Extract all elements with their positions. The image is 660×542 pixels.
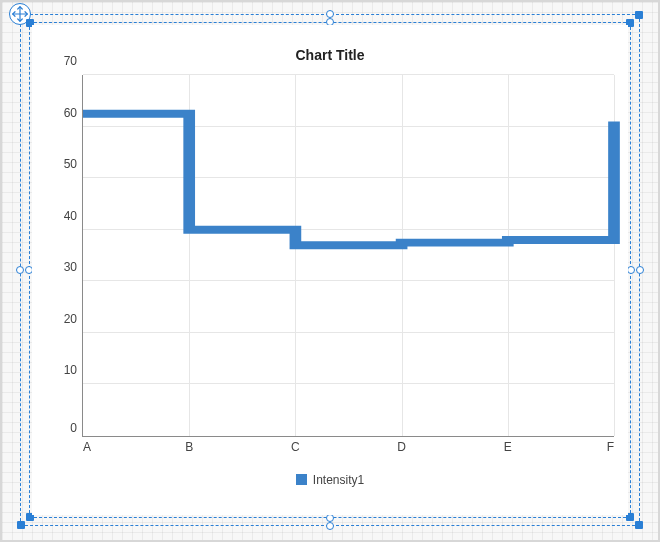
ytick-60: 60 bbox=[64, 106, 77, 120]
ytick-70: 70 bbox=[64, 54, 77, 68]
ytick-0: 0 bbox=[70, 421, 77, 435]
resize-handle-l[interactable] bbox=[16, 266, 24, 274]
plot-area[interactable]: 0 10 20 30 40 50 60 70 A B C D E F bbox=[82, 75, 614, 437]
ytick-50: 50 bbox=[64, 157, 77, 171]
designer-canvas: Chart Title 0 10 20 30 40 50 60 70 bbox=[0, 0, 660, 542]
xtick-D: D bbox=[397, 440, 406, 454]
legend-label: Intensity1 bbox=[313, 473, 364, 487]
xtick-E: E bbox=[504, 440, 512, 454]
resize-handle-t[interactable] bbox=[326, 10, 334, 18]
xtick-F: F bbox=[607, 440, 614, 454]
xtick-A: A bbox=[83, 440, 91, 454]
ytick-10: 10 bbox=[64, 363, 77, 377]
chart-panel[interactable]: Chart Title 0 10 20 30 40 50 60 70 bbox=[32, 25, 628, 515]
xtick-C: C bbox=[291, 440, 300, 454]
xtick-B: B bbox=[185, 440, 193, 454]
resize-handle-inner-b[interactable] bbox=[326, 514, 334, 522]
resize-handle-tr[interactable] bbox=[635, 11, 643, 19]
ytick-40: 40 bbox=[64, 209, 77, 223]
resize-handle-r[interactable] bbox=[636, 266, 644, 274]
ytick-30: 30 bbox=[64, 260, 77, 274]
chart-title[interactable]: Chart Title bbox=[32, 47, 628, 63]
resize-handle-bl[interactable] bbox=[17, 521, 25, 529]
resize-handle-b[interactable] bbox=[326, 522, 334, 530]
resize-handle-br[interactable] bbox=[635, 521, 643, 529]
ytick-20: 20 bbox=[64, 312, 77, 326]
resize-handle-inner-r[interactable] bbox=[627, 266, 635, 274]
legend-swatch-icon bbox=[296, 474, 307, 485]
series-line[interactable] bbox=[83, 75, 614, 436]
legend[interactable]: Intensity1 bbox=[32, 473, 628, 487]
